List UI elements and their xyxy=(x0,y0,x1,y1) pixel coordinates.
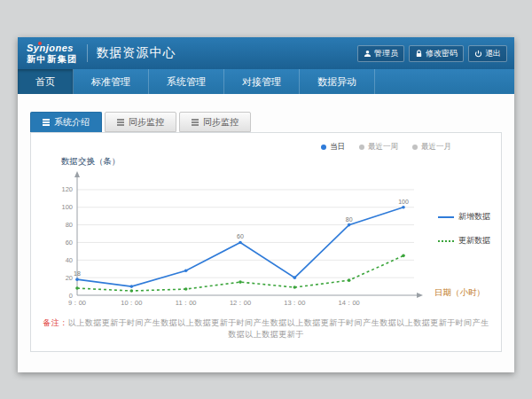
app-window: Synjones 新中新集团 数据资源中心 管理员 修改密码 xyxy=(18,37,514,372)
nav-item-home[interactable]: 首页 xyxy=(18,69,74,94)
company-name: 新中新集团 xyxy=(27,54,78,64)
nav-item-system-mgmt[interactable]: 系统管理 xyxy=(149,69,224,94)
filter-today-label: 当日 xyxy=(330,142,345,153)
admin-button[interactable]: 管理员 xyxy=(357,45,404,62)
admin-button-label: 管理员 xyxy=(374,48,398,59)
legend-new-data[interactable]: 新增数据 xyxy=(438,211,490,223)
radio-dot-icon xyxy=(359,145,364,150)
change-password-label: 修改密码 xyxy=(426,48,458,59)
app-header: Synjones 新中新集团 数据资源中心 管理员 修改密码 xyxy=(18,37,514,69)
footnote: 备注：以上数据更新于时间产生数据以上数据更新于时间产生数据以上数据更新于时间产生… xyxy=(40,317,492,340)
tab-sync-monitor-1[interactable]: 同步监控 xyxy=(105,112,176,132)
svg-text:80: 80 xyxy=(346,216,353,223)
solid-line-icon xyxy=(438,216,454,218)
grid-icon xyxy=(192,119,199,126)
filter-last-week[interactable]: 最近一周 xyxy=(359,142,398,153)
period-filters: 当日 最近一周 最近一月 xyxy=(321,142,451,153)
svg-text:60: 60 xyxy=(237,233,244,239)
filter-last-month-label: 最近一月 xyxy=(421,142,451,153)
header-divider xyxy=(87,44,88,62)
chart-panel: 当日 最近一周 最近一月 数据交换（条） 0204060801001209：00… xyxy=(30,132,502,352)
series-legend: 新增数据 更新数据 xyxy=(438,211,490,246)
svg-text:12：00: 12：00 xyxy=(230,299,251,307)
svg-text:20: 20 xyxy=(66,274,73,282)
legend-new-data-label: 新增数据 xyxy=(458,211,490,223)
tab-system-intro[interactable]: 系统介绍 xyxy=(30,112,102,132)
tab-sync-monitor-1-label: 同步监控 xyxy=(129,116,164,129)
filter-last-week-label: 最近一周 xyxy=(368,142,398,153)
svg-text:9：00: 9：00 xyxy=(68,299,86,307)
svg-text:60: 60 xyxy=(66,239,73,246)
radio-dot-icon xyxy=(321,145,326,150)
company-logo: Synjones 新中新集团 xyxy=(27,43,78,63)
lock-icon xyxy=(415,50,423,58)
radio-dot-icon xyxy=(412,145,418,150)
svg-text:100: 100 xyxy=(398,199,409,205)
nav-item-standard-mgmt[interactable]: 标准管理 xyxy=(74,69,149,94)
tab-strip: 系统介绍 同步监控 同步监控 xyxy=(30,112,502,132)
svg-text:13：00: 13：00 xyxy=(284,299,305,307)
main-nav: 首页 标准管理 系统管理 对接管理 数据异动 xyxy=(18,69,514,94)
header-actions: 管理员 修改密码 退出 xyxy=(357,45,507,62)
footnote-prefix: 备注： xyxy=(43,318,68,327)
nav-item-data-change[interactable]: 数据异动 xyxy=(300,69,375,94)
filter-today[interactable]: 当日 xyxy=(321,142,345,153)
legend-update-data[interactable]: 更新数据 xyxy=(438,235,490,246)
nav-item-integration-mgmt[interactable]: 对接管理 xyxy=(224,69,300,94)
svg-text:80: 80 xyxy=(66,221,73,229)
filter-last-month[interactable]: 最近一月 xyxy=(412,142,451,153)
svg-text:18: 18 xyxy=(74,270,81,277)
logout-label: 退出 xyxy=(485,48,501,59)
svg-text:100: 100 xyxy=(61,203,73,211)
svg-text:40: 40 xyxy=(66,256,73,264)
line-chart: 0204060801001209：0010：0011：0012：0013：001… xyxy=(51,168,432,315)
svg-text:11：00: 11：00 xyxy=(176,299,197,307)
svg-text:120: 120 xyxy=(61,185,73,193)
y-axis-title: 数据交换（条） xyxy=(61,156,121,168)
change-password-button[interactable]: 修改密码 xyxy=(409,45,464,62)
brand-text: Synjones xyxy=(27,43,78,53)
grid-icon xyxy=(43,119,50,126)
grid-icon xyxy=(117,119,124,126)
footnote-text: 以上数据更新于时间产生数据以上数据更新于时间产生数据以上数据更新于时间产生数据以… xyxy=(68,318,489,339)
dashed-line-icon xyxy=(438,240,454,242)
svg-text:14：00: 14：00 xyxy=(339,299,360,307)
x-axis-title: 日期（小时） xyxy=(434,287,485,299)
content-area: 系统介绍 同步监控 同步监控 当日 xyxy=(18,94,514,372)
logout-button[interactable]: 退出 xyxy=(468,45,507,62)
tab-sync-monitor-2-label: 同步监控 xyxy=(203,116,239,129)
legend-update-data-label: 更新数据 xyxy=(458,235,490,246)
tab-sync-monitor-2[interactable]: 同步监控 xyxy=(179,112,251,132)
tab-system-intro-label: 系统介绍 xyxy=(54,116,90,129)
page-title: 数据资源中心 xyxy=(97,45,176,61)
svg-text:10：00: 10：00 xyxy=(121,299,142,307)
chart-canvas: 0204060801001209：0010：0011：0012：0013：001… xyxy=(51,168,432,315)
power-icon xyxy=(474,50,482,58)
user-icon xyxy=(364,50,372,58)
